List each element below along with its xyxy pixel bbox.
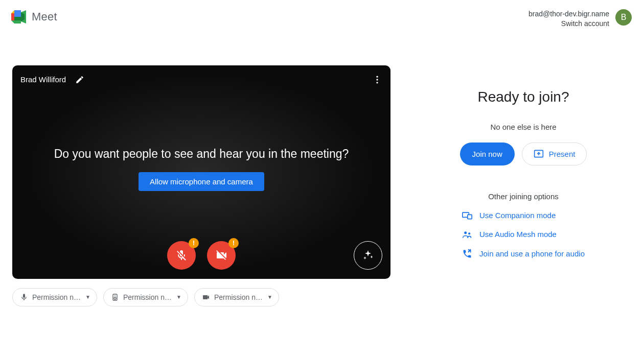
svg-point-13: [468, 232, 470, 234]
allow-mic-camera-button[interactable]: Allow microphone and camera: [139, 172, 264, 191]
switch-account-link[interactable]: Switch account: [528, 19, 609, 29]
account-area: brad@thor-dev.bigr.name Switch account B: [528, 9, 632, 29]
svg-rect-2: [14, 17, 21, 20]
companion-icon: [462, 211, 472, 220]
svg-point-8: [114, 297, 116, 299]
sparkle-icon: [362, 249, 374, 262]
brand-name: Meet: [32, 10, 57, 23]
video-preview: Brad Williford Do you want people to see…: [12, 65, 390, 279]
mic-device-selector[interactable]: Permission ne… ▼: [12, 288, 97, 306]
camera-warning-badge: !: [228, 238, 239, 248]
account-email: brad@thor-dev.bigr.name: [528, 9, 609, 19]
svg-rect-0: [11, 13, 14, 20]
camera-off-icon: [215, 249, 227, 262]
svg-point-4: [376, 79, 378, 80]
mic-icon: [20, 293, 28, 301]
audio-mesh-label: Use Audio Mesh mode: [479, 230, 557, 239]
avatar[interactable]: B: [615, 9, 632, 26]
visual-effects-button[interactable]: [354, 241, 382, 270]
presence-text: No one else is here: [490, 123, 556, 131]
svg-point-7: [114, 295, 116, 296]
meet-logo-icon: [10, 9, 29, 25]
phone-icon: [462, 249, 472, 259]
camera-toggle-button[interactable]: !: [207, 241, 236, 270]
present-icon: [534, 149, 544, 158]
join-panel: Ready to join? No one else is here Join …: [415, 65, 632, 306]
chevron-down-icon: ▼: [176, 294, 181, 300]
svg-point-3: [376, 76, 378, 77]
speaker-device-selector[interactable]: Permission ne… ▼: [103, 288, 188, 306]
phone-label: Join and use a phone for audio: [479, 249, 585, 258]
camera-icon: [202, 293, 210, 301]
present-label: Present: [549, 150, 576, 158]
chevron-down-icon: ▼: [267, 294, 272, 300]
speaker-device-label: Permission ne…: [123, 293, 172, 301]
edit-name-button[interactable]: [73, 73, 86, 86]
header: Meet brad@thor-dev.bigr.name Switch acco…: [0, 0, 644, 29]
svg-rect-1: [14, 10, 21, 17]
companion-mode-option[interactable]: Use Companion mode: [462, 211, 556, 220]
join-now-button[interactable]: Join now: [460, 143, 515, 165]
audio-mesh-option[interactable]: Use Audio Mesh mode: [462, 229, 557, 240]
more-vert-icon: [372, 75, 382, 85]
svg-point-5: [376, 82, 378, 83]
svg-rect-11: [468, 215, 472, 219]
permission-prompt: Do you want people to see and hear you i…: [12, 147, 390, 161]
mic-off-icon: [175, 249, 188, 262]
camera-device-label: Permission ne…: [214, 293, 263, 301]
svg-point-12: [464, 231, 467, 234]
brand[interactable]: Meet: [10, 9, 57, 25]
pencil-icon: [75, 75, 84, 84]
chevron-down-icon: ▼: [85, 294, 90, 300]
participant-name: Brad Williford: [20, 75, 66, 84]
more-options-button[interactable]: [370, 73, 384, 87]
audio-mesh-icon: [462, 229, 472, 240]
ready-headline: Ready to join?: [477, 89, 569, 105]
mic-device-label: Permission ne…: [32, 293, 81, 301]
mic-toggle-button[interactable]: !: [167, 241, 196, 270]
phone-audio-option[interactable]: Join and use a phone for audio: [462, 249, 585, 259]
present-button[interactable]: Present: [522, 143, 587, 165]
mic-warning-badge: !: [189, 238, 199, 248]
companion-label: Use Companion mode: [479, 211, 556, 220]
camera-device-selector[interactable]: Permission ne… ▼: [194, 288, 279, 306]
other-options-header: Other joining options: [488, 192, 559, 201]
speaker-icon: [111, 293, 119, 301]
